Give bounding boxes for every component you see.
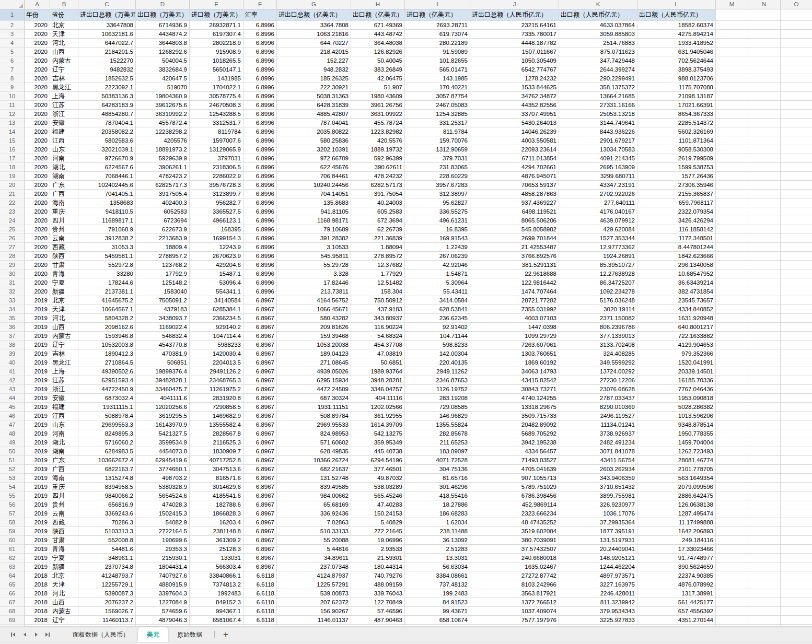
cell[interactable]: 336.92436: [277, 509, 351, 518]
row-number[interactable]: 35: [0, 314, 25, 323]
cell[interactable]: [781, 65, 812, 74]
cell[interactable]: 6052583: [136, 207, 190, 216]
cell[interactable]: [748, 261, 781, 270]
cell[interactable]: 839.49585: [277, 483, 351, 491]
cell[interactable]: 2019: [25, 447, 50, 456]
row-number[interactable]: 33: [0, 296, 25, 305]
cell[interactable]: 563.1649354: [637, 474, 716, 483]
cell[interactable]: [716, 119, 748, 127]
cell[interactable]: 213.73811: [277, 287, 351, 296]
cell[interactable]: 6.8996: [243, 92, 277, 101]
cell[interactable]: 安徽: [50, 119, 78, 127]
cell[interactable]: 545.8058982: [470, 225, 559, 234]
cell[interactable]: [748, 101, 781, 110]
row-number[interactable]: 42: [0, 376, 25, 385]
cell[interactable]: 河南: [50, 429, 78, 438]
cell[interactable]: 811.9784: [405, 127, 470, 136]
cell[interactable]: [781, 429, 812, 438]
cell[interactable]: 280.22189: [405, 39, 470, 48]
cell[interactable]: 7290858.5: [190, 403, 243, 412]
cell[interactable]: 3797031: [190, 154, 243, 163]
cell[interactable]: 21.42553487: [470, 243, 559, 252]
cell[interactable]: [716, 536, 748, 545]
row-number[interactable]: 20: [0, 181, 25, 190]
cell[interactable]: 1225.57291: [277, 580, 351, 589]
cell[interactable]: 2019: [25, 429, 50, 438]
cell[interactable]: 209.81626: [277, 323, 351, 332]
cell[interactable]: 27331.16166: [559, 101, 637, 110]
cell[interactable]: 1223.82982: [351, 127, 405, 136]
cell[interactable]: 5.30964: [405, 278, 470, 287]
cell[interactable]: 8065.506206: [470, 216, 559, 225]
cell[interactable]: 3898.375493: [637, 65, 716, 74]
cell[interactable]: [781, 207, 812, 216]
cell[interactable]: [716, 65, 748, 74]
cell[interactable]: 云南: [50, 234, 78, 243]
cell[interactable]: 4557872.4: [136, 119, 190, 127]
cell[interactable]: 1244.462204: [559, 563, 637, 571]
row-number[interactable]: 38: [0, 341, 25, 349]
cell[interactable]: 陕西: [50, 252, 78, 261]
cell[interactable]: 331.25317: [405, 119, 470, 127]
cell[interactable]: 6.8996: [243, 83, 277, 92]
first-sheet-icon[interactable]: [7, 627, 19, 642]
cell[interactable]: [716, 225, 748, 234]
cell[interactable]: 2020: [25, 172, 50, 181]
cell[interactable]: 791068.9: [78, 225, 136, 234]
cell[interactable]: 6.6118: [243, 616, 277, 625]
cell[interactable]: [748, 385, 781, 394]
cell[interactable]: 972.66709: [277, 154, 351, 163]
cell[interactable]: 6.8996: [243, 127, 277, 136]
cell[interactable]: 358.1375372: [559, 83, 637, 92]
cell[interactable]: 379.7031: [405, 154, 470, 163]
cell[interactable]: 359.95349: [351, 438, 405, 447]
cell[interactable]: 619.73074: [405, 30, 470, 39]
cell[interactable]: 361309.2: [190, 536, 243, 545]
row-number[interactable]: 2: [0, 21, 25, 30]
cell[interactable]: 6.8996: [243, 287, 277, 296]
cell[interactable]: 539.00873: [277, 589, 351, 598]
cell[interactable]: 49390502.6: [78, 367, 136, 376]
cell[interactable]: [781, 190, 812, 198]
cell[interactable]: 1459.704004: [637, 438, 716, 447]
cell[interactable]: 125148.2: [136, 278, 190, 287]
cell[interactable]: 3899.755981: [559, 491, 637, 500]
cell[interactable]: 2019: [25, 500, 50, 509]
cell[interactable]: 12.97773362: [559, 243, 637, 252]
cell[interactable]: 6498.119521: [470, 207, 559, 216]
cell[interactable]: 4543770.8: [136, 341, 190, 349]
cell[interactable]: 6.8967: [243, 394, 277, 403]
cell[interactable]: [748, 554, 781, 563]
column-header-D[interactable]: D: [136, 0, 190, 9]
cell[interactable]: 青海: [50, 545, 78, 554]
cell[interactable]: 2020: [25, 163, 50, 172]
cell[interactable]: 1169022.4: [136, 323, 190, 332]
cell[interactable]: 山西: [50, 323, 78, 332]
cell[interactable]: 1312.90659: [405, 145, 470, 154]
cell[interactable]: 19311115.1: [78, 403, 136, 412]
cell[interactable]: 552008.8: [78, 536, 136, 545]
cell[interactable]: [716, 367, 748, 376]
cell[interactable]: 5390087.3: [78, 589, 136, 598]
cell[interactable]: 948.2832: [277, 65, 351, 74]
cell[interactable]: 4454073.8: [136, 447, 190, 456]
cell[interactable]: 3059.885803: [559, 30, 637, 39]
cell[interactable]: [781, 491, 812, 500]
cell[interactable]: [781, 474, 812, 483]
cell[interactable]: 7374813.2: [190, 580, 243, 589]
cell[interactable]: 9840066.2: [78, 491, 136, 500]
cell[interactable]: 50383136.3: [78, 92, 136, 101]
cell[interactable]: 河北: [50, 39, 78, 48]
cell[interactable]: 6224567.6: [78, 163, 136, 172]
column-header-I[interactable]: I: [405, 0, 470, 9]
cell[interactable]: 6581067.4: [190, 616, 243, 625]
cell[interactable]: 6.8996: [243, 181, 277, 190]
cell[interactable]: 1527.353344: [559, 234, 637, 243]
cell[interactable]: 2019: [25, 323, 50, 332]
cell[interactable]: 2828567.8: [190, 429, 243, 438]
cell[interactable]: 6284983.5: [78, 447, 136, 456]
cell[interactable]: 甘肃: [50, 536, 78, 545]
cell[interactable]: 18891973.2: [136, 145, 190, 154]
cell[interactable]: 6.8996: [243, 198, 277, 207]
cell[interactable]: 2787.033437: [559, 394, 637, 403]
